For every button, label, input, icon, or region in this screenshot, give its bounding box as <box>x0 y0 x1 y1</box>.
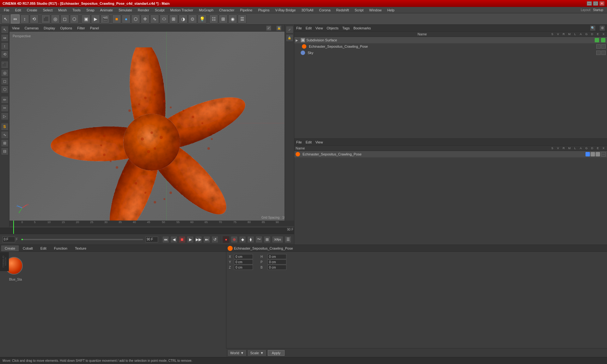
obj-menu-view[interactable]: View <box>316 26 323 30</box>
transport-keyframe[interactable]: ◆ <box>239 236 246 243</box>
obj-menu-objects[interactable]: Objects <box>327 26 338 30</box>
toolbar-sphere[interactable]: ● <box>122 15 131 23</box>
obj-menu-tags[interactable]: Tags <box>342 26 350 30</box>
toolbar-null[interactable]: ✛ <box>141 15 150 23</box>
menu-window[interactable]: Window <box>367 8 384 13</box>
obj-menu-edit[interactable]: Edit <box>306 26 312 30</box>
viewport-icon-expand[interactable]: ⤢ <box>266 26 271 31</box>
object-sky[interactable]: Sky <box>294 50 607 56</box>
tool-spline-tool[interactable]: ∿ <box>1 131 9 139</box>
toolbar-view-2[interactable]: ⊞ <box>219 15 228 23</box>
tool-subdiv-2[interactable]: ⊟ <box>1 148 9 155</box>
tag-2[interactable] <box>591 152 595 156</box>
menu-mograph[interactable]: MoGraph <box>196 8 216 13</box>
close-button[interactable]: ✕ <box>599 1 604 6</box>
transport-next-frame[interactable]: ▶▶ <box>195 236 202 243</box>
tab-function[interactable]: Function <box>51 246 71 251</box>
tool-edges[interactable]: ◻ <box>1 77 9 85</box>
sky-ctrl-2[interactable] <box>601 51 606 55</box>
viewport-menu-options[interactable]: Options <box>60 26 72 30</box>
coord-y-input[interactable] <box>234 259 253 264</box>
transport-stop[interactable]: ⏹ <box>179 236 186 243</box>
menu-vraybridge[interactable]: V-Ray Bridge <box>273 8 298 13</box>
tool-object-mode[interactable]: ⬛ <box>1 61 9 69</box>
tab-texture[interactable]: Texture <box>71 246 90 251</box>
transport-keyframe-2[interactable]: ⧫ <box>247 236 254 243</box>
tool-brush[interactable]: ✏ <box>1 96 9 104</box>
menu-pipeline[interactable]: Pipeline <box>237 8 255 13</box>
coord-h-input[interactable] <box>267 254 286 259</box>
tool-knife[interactable]: ✂ <box>1 104 9 112</box>
viewport-canvas[interactable]: Perspective <box>9 32 294 221</box>
toolbar-cylinder[interactable]: ⬡ <box>131 15 140 23</box>
toolbar-live-selection[interactable]: ↖ <box>1 15 10 23</box>
coord-p-input[interactable] <box>267 259 286 264</box>
menu-3dtoall[interactable]: 3DToAll <box>299 8 316 13</box>
obj-search-btn[interactable]: 🔍 <box>590 25 596 31</box>
menu-redshift[interactable]: Redshift <box>334 8 351 13</box>
toolbar-bezier[interactable]: ⬭ <box>160 15 169 23</box>
toolbar-polygons-mode[interactable]: ⬡ <box>70 15 79 23</box>
tag-3[interactable] <box>596 152 600 156</box>
toolbar-points-mode[interactable]: ◎ <box>51 15 60 23</box>
toolbar-move[interactable]: ⇔ <box>11 15 20 23</box>
tool-move[interactable]: ⇔ <box>1 34 9 42</box>
echinaster-ctrl-2[interactable] <box>601 44 606 49</box>
toolbar-render-view[interactable]: ▶ <box>91 15 100 23</box>
tool-selection[interactable]: ↖ <box>1 26 9 33</box>
sky-ctrl-1[interactable] <box>596 51 601 55</box>
subdiv-vis-green2[interactable] <box>601 38 605 42</box>
tags-menu-file[interactable]: File <box>296 140 302 144</box>
transport-fps[interactable]: 30fps <box>272 236 283 243</box>
minimize-button[interactable]: — <box>587 1 592 6</box>
tags-echinaster[interactable]: Echinaster_Sepositus_Crawling_Pose ⋯ <box>294 151 607 157</box>
toolbar-scale[interactable]: ↕ <box>20 15 29 23</box>
toolbar-cube[interactable]: ■ <box>112 15 121 23</box>
subdiv-vis-green[interactable] <box>595 38 599 42</box>
tool-polygons[interactable]: ⬡ <box>1 86 9 93</box>
tags-ctrl-icons[interactable]: ⋯ <box>601 152 606 156</box>
viewport-menu-view[interactable]: View <box>12 26 20 30</box>
end-frame-input[interactable] <box>145 237 158 242</box>
menu-select[interactable]: Select <box>40 8 55 13</box>
scale-dropdown[interactable]: Scale ▼ <box>248 350 266 356</box>
viewport-menu-cameras[interactable]: Cameras <box>25 26 39 30</box>
menu-help[interactable]: Help <box>385 8 397 13</box>
obj-settings-btn[interactable]: ⚙ <box>599 25 605 31</box>
tag-1[interactable] <box>586 152 590 156</box>
timeline-track[interactable]: 90 F <box>0 228 294 234</box>
menu-tools[interactable]: Tools <box>70 8 83 13</box>
toolbar-view-4[interactable]: ☰ <box>238 15 247 23</box>
tab-cobalt[interactable]: Cobalt <box>19 246 36 251</box>
transport-record-auto[interactable]: ⊕ <box>231 236 238 243</box>
menu-script[interactable]: Script <box>352 8 366 13</box>
transport-play[interactable]: ▶ <box>187 236 194 243</box>
transport-loop[interactable]: ↺ <box>212 236 218 243</box>
toolbar-light[interactable]: 💡 <box>198 15 206 23</box>
tags-menu-edit[interactable]: Edit <box>306 140 312 144</box>
toolbar-edges-mode[interactable]: ◻ <box>60 15 69 23</box>
maximize-button[interactable]: □ <box>593 1 598 6</box>
object-subdivision-surface[interactable]: ▶ ⊞ Subdivision Surface <box>294 37 607 43</box>
playhead[interactable] <box>13 221 14 234</box>
transport-motion-path[interactable]: 〜 <box>255 236 262 243</box>
tab-edit[interactable]: Edit <box>37 246 50 251</box>
toolbar-render-picture-viewer[interactable]: 🎬 <box>101 15 109 23</box>
viewport-menu-filter[interactable]: Filter <box>77 26 85 30</box>
viewport-menu-panel[interactable]: Panel <box>90 26 99 30</box>
toolbar-view-1[interactable]: ☷ <box>209 15 218 23</box>
menu-snap[interactable]: Snap <box>84 8 97 13</box>
menu-motiontracker[interactable]: Motion Tracker <box>168 8 196 13</box>
coord-x-input[interactable] <box>234 254 253 259</box>
viewport-icon-lock[interactable]: 🔒 <box>276 26 281 31</box>
tags-menu-view[interactable]: View <box>316 140 323 144</box>
menu-plugins[interactable]: Plugins <box>255 8 272 13</box>
toolbar-symmetry[interactable]: ◑ <box>179 15 187 23</box>
coord-z-input[interactable] <box>234 265 253 270</box>
menu-simulate[interactable]: Simulate <box>116 8 135 13</box>
tab-create[interactable]: Create <box>1 246 19 251</box>
tool-subdiv[interactable]: ⊞ <box>1 139 9 147</box>
transport-go-end[interactable]: ⏭ <box>203 236 210 243</box>
transport-record[interactable]: ● <box>223 236 230 243</box>
coord-b-input[interactable] <box>267 265 286 270</box>
